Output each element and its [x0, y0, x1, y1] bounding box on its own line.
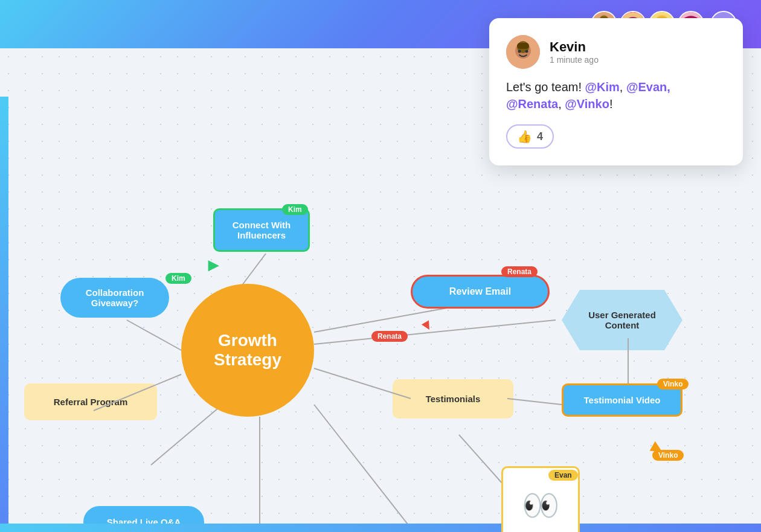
- comma1: ,: [620, 80, 626, 94]
- vinko-badge-video: Vinko: [657, 379, 689, 389]
- kim-badge-influencers: Kim: [282, 204, 308, 215]
- evan-badge: Evan: [548, 470, 578, 481]
- review-email-node[interactable]: Review Email: [411, 275, 550, 309]
- exclamation: !: [609, 97, 613, 111]
- comment-header: Kevin 1 minute ago: [506, 35, 726, 69]
- mention-renata[interactable]: @Renata: [506, 97, 558, 111]
- svg-line-26: [459, 435, 507, 489]
- like-count: 4: [537, 130, 543, 143]
- comment-author-info: Kevin 1 minute ago: [550, 39, 599, 65]
- comment-body: Let's go team! @Kim, @Evan, @Renata, @Vi…: [506, 79, 726, 112]
- comment-timestamp: 1 minute ago: [550, 55, 599, 65]
- collaboration-node[interactable]: Collaboration Giveaway?: [60, 278, 169, 318]
- svg-line-25: [507, 399, 562, 405]
- renata-badge-review: Renata: [501, 266, 538, 277]
- svg-point-35: [525, 50, 528, 53]
- renata-badge-below: Renata: [371, 331, 408, 342]
- comment-author-avatar: [506, 35, 540, 69]
- kim-badge-below: Kim: [165, 273, 191, 284]
- svg-line-24: [314, 320, 556, 344]
- green-arrow: ◀: [208, 258, 219, 275]
- referral-node[interactable]: Referral Program: [24, 383, 157, 420]
- comment-author-name: Kevin: [550, 39, 599, 55]
- comment-popup: Kevin 1 minute ago Let's go team! @Kim, …: [489, 18, 743, 165]
- bottom-border: [0, 524, 761, 532]
- mention-vinko[interactable]: @Vinko: [565, 97, 609, 111]
- eyes-emoji: 👀: [522, 490, 559, 521]
- svg-line-19: [127, 320, 181, 350]
- red-arrow: ▼: [417, 315, 438, 336]
- user-generated-node[interactable]: User Generated Content: [562, 290, 682, 350]
- thumbs-up-icon: 👍: [517, 129, 532, 144]
- svg-point-34: [518, 50, 521, 53]
- mention-kim[interactable]: @Kim: [585, 80, 620, 94]
- center-node[interactable]: Growth Strategy: [181, 284, 314, 417]
- vinko-badge-below: Vinko: [652, 450, 684, 461]
- left-border: [0, 97, 8, 532]
- comma2: ,: [558, 97, 565, 111]
- testimonials-node[interactable]: Testimonials: [393, 379, 513, 418]
- comment-text-prefix: Let's go team!: [506, 80, 585, 94]
- like-button[interactable]: 👍 4: [506, 124, 554, 149]
- mention-evan[interactable]: @Evan,: [626, 80, 670, 94]
- svg-line-29: [314, 405, 423, 532]
- svg-rect-36: [517, 43, 529, 49]
